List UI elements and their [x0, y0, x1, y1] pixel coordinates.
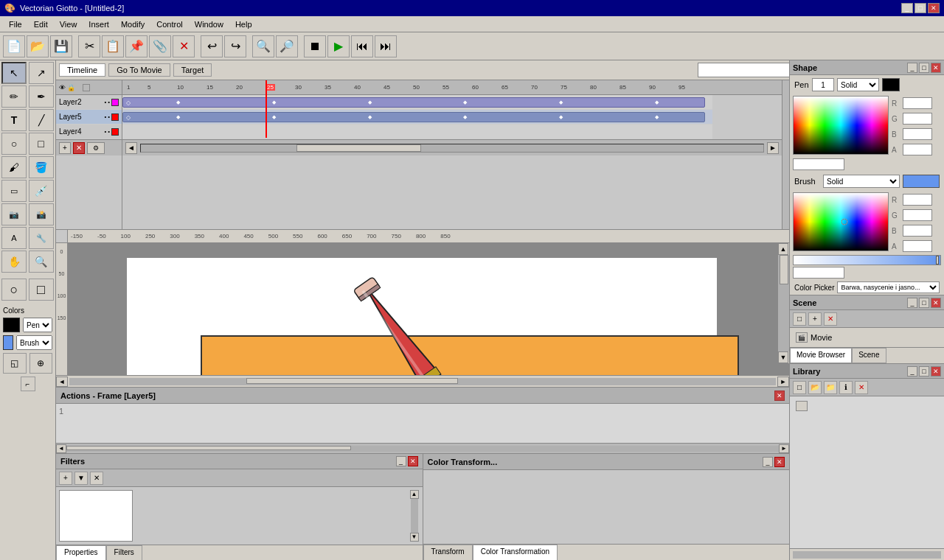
tool-text[interactable]: T [1, 109, 27, 131]
actions-panel-content[interactable]: 1 [56, 404, 789, 443]
tool-fill[interactable]: 🪣 [29, 156, 54, 178]
pen-style-select[interactable]: Solid Dashed Dotted [837, 78, 879, 91]
menu-control[interactable]: Control [150, 18, 188, 30]
extra-tool-1[interactable]: ◱ [3, 353, 27, 374]
tool-anchor[interactable]: ⌐ [21, 377, 35, 391]
open-button[interactable]: 📂 [27, 35, 49, 57]
hscroll-track[interactable] [69, 378, 776, 385]
brush-alpha-track[interactable] [793, 255, 941, 265]
hscroll-right[interactable]: ► [777, 377, 789, 387]
brush-g-input[interactable]: 149 [903, 209, 932, 221]
brush-spectrum[interactable] [793, 192, 889, 251]
tool-oval[interactable]: ○ [1, 133, 27, 155]
filters-scroll-up[interactable]: ▲ [410, 490, 419, 499]
menu-window[interactable]: Window [189, 18, 229, 30]
remove-layer-button[interactable]: ✕ [73, 142, 85, 154]
tool-pencil[interactable]: ✏ [1, 85, 27, 108]
pen-g-input[interactable]: 0 [903, 113, 932, 125]
library-item[interactable] [793, 399, 941, 413]
layer-row-layer4[interactable]: Layer4 • • [56, 125, 122, 139]
tool-eraser[interactable]: ▭ [1, 180, 27, 202]
filters-scroll-track[interactable] [411, 499, 418, 533]
tool-snap-camera[interactable]: 📸 [29, 203, 54, 225]
vscroll-thumb[interactable] [780, 255, 788, 284]
drawing-surface[interactable] [127, 258, 717, 375]
tab-transform[interactable]: Transform [423, 545, 473, 560]
filters-minimize[interactable]: _ [396, 456, 406, 466]
actions-scroll-thumb[interactable] [66, 446, 351, 450]
vscroll-down[interactable]: ▼ [778, 351, 788, 363]
layer4-color[interactable] [111, 128, 119, 136]
ct-close[interactable]: ✕ [774, 457, 785, 467]
tool-hand[interactable]: ✋ [1, 251, 27, 273]
filters-scroll-down[interactable]: ▼ [410, 533, 419, 542]
actions-scroll-right[interactable]: ► [779, 444, 789, 453]
shape-close[interactable]: ✕ [931, 63, 941, 73]
menu-view[interactable]: View [54, 18, 83, 30]
new-button[interactable]: 📄 [3, 35, 25, 57]
menu-modify[interactable]: Modify [115, 18, 150, 30]
next-frame-button[interactable]: ⏭ [375, 35, 397, 57]
tool-bucket2[interactable]: 🔧 [29, 227, 54, 249]
brush-color-swatch[interactable] [3, 335, 13, 350]
tab-movie-browser[interactable]: Movie Browser [790, 348, 852, 363]
pen-size-input[interactable] [812, 78, 834, 91]
copy-button[interactable]: 📋 [102, 35, 124, 57]
cut-button[interactable]: ✂ [78, 35, 100, 57]
pen-b-input[interactable]: 0 [903, 128, 932, 140]
pen-r-input[interactable]: 0 [903, 97, 932, 109]
zoom-out-button[interactable]: 🔎 [276, 35, 298, 57]
menu-file[interactable]: File [3, 18, 28, 30]
lib-scroll-track[interactable] [793, 551, 941, 559]
maximize-button[interactable]: □ [914, 3, 926, 13]
tab-timeline[interactable]: Timeline [59, 63, 105, 77]
extra-tool-2[interactable]: ⊕ [30, 353, 53, 374]
tool-brush[interactable]: 🖌 [1, 156, 27, 178]
save-button[interactable]: 💾 [50, 35, 72, 57]
timeline-resize-handle[interactable] [782, 80, 789, 229]
tool-extra1[interactable]: ○ [1, 279, 27, 301]
vscroll-track[interactable] [778, 255, 789, 351]
filter-dropdown-btn[interactable]: ▼ [74, 472, 88, 485]
timeline-right-arrow[interactable]: ► [767, 142, 779, 154]
tool-subselect[interactable]: ↗ [29, 62, 54, 84]
lib-open-btn[interactable]: 📂 [808, 381, 822, 394]
tab-scene[interactable]: Scene [852, 348, 886, 363]
tool-rect[interactable]: □ [29, 133, 54, 155]
layer-settings-button[interactable]: ⚙ [87, 142, 105, 154]
filter-delete-btn[interactable]: ✕ [90, 472, 103, 485]
tab-filters[interactable]: Filters [106, 545, 142, 560]
pen-hex-input[interactable]: #000000 [793, 158, 844, 170]
library-minimize[interactable]: _ [907, 366, 917, 377]
cp-mode-select[interactable]: Barwa, nasycenie i jasno... [837, 281, 940, 293]
menu-help[interactable]: Help [229, 18, 258, 30]
tool-select[interactable]: ↖ [1, 62, 27, 84]
tool-eyedrop[interactable]: 💉 [29, 180, 54, 202]
shape-restore[interactable]: □ [919, 63, 929, 73]
tool-line[interactable]: ╱ [29, 109, 54, 131]
minimize-button[interactable]: _ [901, 3, 913, 13]
play-button[interactable]: ▶ [327, 35, 350, 57]
tool-pen[interactable]: ✒ [29, 85, 54, 108]
special-paste-button[interactable]: 📎 [149, 35, 171, 57]
pen-spectrum[interactable] [793, 96, 889, 155]
scene-movie-item[interactable]: 🎬 Movie [793, 331, 941, 344]
shape-minimize[interactable]: _ [907, 63, 917, 73]
tool-extra2[interactable]: □ [29, 279, 54, 301]
tool-zoom[interactable]: 🔍 [29, 251, 54, 273]
scene-restore[interactable]: □ [919, 298, 929, 308]
layer-row-layer2[interactable]: Layer2 • • [56, 95, 122, 110]
undo-button[interactable]: ↩ [201, 35, 223, 57]
scene-minimize[interactable]: _ [907, 298, 917, 308]
brush-fill-color[interactable] [903, 175, 940, 188]
pen-a-input[interactable]: 255 [903, 144, 932, 155]
prev-frame-button[interactable]: ⏮ [351, 35, 373, 57]
scene-add-btn[interactable]: + [808, 312, 822, 326]
tab-color-transformation[interactable]: Color Transformation [473, 545, 558, 560]
actions-panel-close[interactable]: ✕ [774, 391, 785, 401]
brush-mode-select[interactable]: Brush [16, 335, 52, 350]
brush-r-input[interactable]: 100 [903, 194, 932, 206]
vscroll-up[interactable]: ▲ [778, 243, 788, 255]
close-button[interactable]: ✕ [928, 3, 940, 13]
filter-add-btn[interactable]: + [59, 472, 72, 485]
